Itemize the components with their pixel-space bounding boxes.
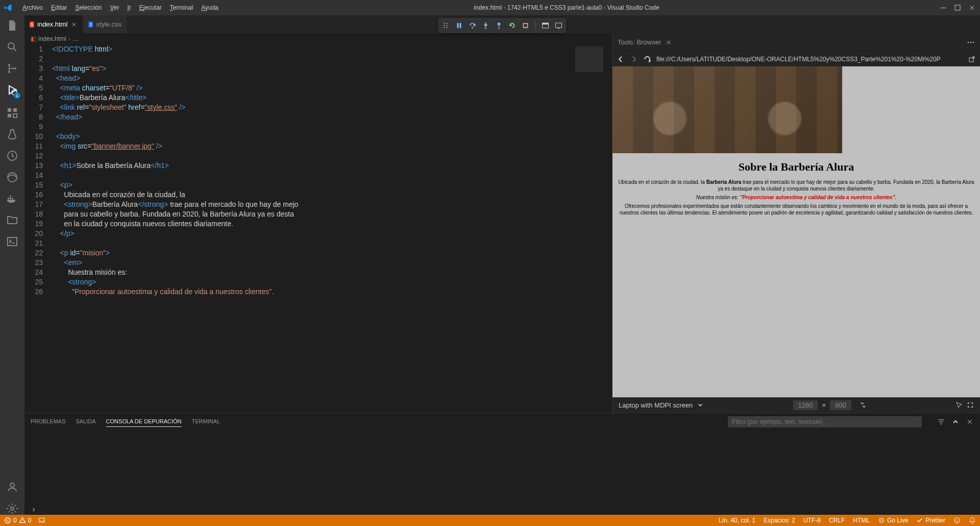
svg-rect-27 bbox=[8, 237, 17, 246]
preview-paragraph-1: Ubicada en el corazón de la ciudad, la B… bbox=[617, 179, 976, 192]
close-icon[interactable] bbox=[70, 21, 78, 28]
accounts-icon[interactable] bbox=[6, 481, 18, 493]
testing-icon[interactable] bbox=[6, 128, 18, 140]
panel-tab-consola-de-depuración[interactable]: CONSOLA DE DEPURACIÓN bbox=[106, 416, 182, 427]
open-external-icon[interactable] bbox=[968, 55, 976, 63]
svg-rect-11 bbox=[955, 5, 960, 10]
tab-index-html[interactable]: 5index.html bbox=[24, 15, 83, 33]
explorer-icon[interactable] bbox=[6, 19, 18, 32]
svg-rect-24 bbox=[10, 198, 11, 199]
close-window-icon[interactable] bbox=[968, 4, 976, 12]
stop-icon[interactable] bbox=[520, 20, 531, 31]
svg-point-40 bbox=[498, 28, 500, 29]
menu-terminal[interactable]: Terminal bbox=[166, 4, 197, 11]
filter-settings-icon[interactable] bbox=[937, 418, 945, 426]
minimize-icon[interactable] bbox=[939, 4, 947, 12]
inspect-icon[interactable] bbox=[955, 401, 963, 409]
terminal-icon[interactable] bbox=[6, 235, 18, 248]
debug-console-output[interactable] bbox=[24, 430, 980, 505]
preview-viewport[interactable]: Sobre la Barbería Alura Ubicada en el co… bbox=[612, 66, 980, 397]
svg-point-34 bbox=[447, 25, 448, 26]
status-spaces[interactable]: Espacios: 2 bbox=[764, 517, 795, 524]
bell-icon[interactable] bbox=[969, 517, 976, 524]
device-name[interactable]: Laptop with MDPI screen bbox=[619, 401, 693, 409]
vscode-logo-icon bbox=[4, 4, 12, 12]
step-into-icon[interactable] bbox=[480, 20, 492, 31]
status-errors[interactable]: 0 0 bbox=[4, 517, 31, 524]
step-over-icon[interactable] bbox=[467, 20, 478, 31]
svg-point-47 bbox=[970, 41, 971, 42]
preview-paragraph-mision: Nuestra misión es: "Proporcionar autoest… bbox=[617, 194, 976, 201]
svg-point-38 bbox=[472, 27, 473, 29]
status-language[interactable]: HTML bbox=[853, 517, 870, 524]
panel-close-icon[interactable] bbox=[966, 418, 974, 426]
rotate-icon[interactable] bbox=[860, 401, 867, 409]
debug-console-input-prompt[interactable] bbox=[24, 505, 980, 515]
breadcrumb[interactable]: ◧ index.html › … bbox=[24, 33, 612, 44]
menu-ejecutar[interactable]: Ejecutar bbox=[135, 4, 166, 11]
menu-editar[interactable]: Editar bbox=[47, 4, 71, 11]
extensions-icon[interactable] bbox=[6, 107, 18, 119]
html-file-icon: 5 bbox=[30, 21, 34, 28]
breadcrumb-file[interactable]: index.html bbox=[38, 35, 66, 42]
html-file-icon: ◧ bbox=[31, 35, 36, 42]
more-icon[interactable] bbox=[967, 38, 975, 46]
svg-rect-23 bbox=[8, 198, 9, 199]
tab-style-css[interactable]: 3style.css bbox=[83, 15, 127, 33]
tab-label: style.css bbox=[96, 20, 121, 28]
status-encoding[interactable]: UTF-8 bbox=[803, 517, 821, 524]
restart-icon[interactable] bbox=[507, 20, 518, 31]
breadcrumb-more[interactable]: … bbox=[72, 35, 79, 42]
back-icon[interactable] bbox=[617, 55, 625, 63]
reload-icon[interactable] bbox=[643, 55, 651, 63]
status-debug-target[interactable] bbox=[38, 517, 45, 524]
status-ln-col[interactable]: Lín. 40, col. 1 bbox=[719, 517, 755, 524]
debug-toolbar[interactable] bbox=[438, 18, 567, 33]
svg-point-29 bbox=[11, 507, 14, 510]
fullscreen-icon[interactable] bbox=[967, 401, 974, 409]
feedback-icon[interactable] bbox=[953, 517, 961, 524]
panel-tab-problemas[interactable]: PROBLEMAS bbox=[31, 416, 65, 427]
preview-nav: file:///C:/Users/LATITUDE/Desktop/ONE-OR… bbox=[612, 51, 980, 66]
menu-ir[interactable]: Ir bbox=[123, 4, 135, 11]
status-go-live[interactable]: Go Live bbox=[878, 517, 908, 524]
docker-icon[interactable] bbox=[6, 193, 18, 205]
step-out-icon[interactable] bbox=[494, 20, 505, 31]
minimap[interactable] bbox=[571, 44, 612, 413]
status-eol[interactable]: CRLF bbox=[829, 517, 845, 524]
screencast-icon[interactable] bbox=[553, 20, 565, 31]
panel-maximize-icon[interactable] bbox=[951, 418, 960, 426]
timeline-icon[interactable] bbox=[6, 150, 18, 162]
forward-icon[interactable] bbox=[630, 55, 638, 63]
viewport-width[interactable]: 1280 bbox=[793, 400, 818, 410]
pause-icon[interactable] bbox=[454, 20, 465, 31]
code-editor[interactable]: 1234567891011121314151617181920212223242… bbox=[24, 44, 612, 413]
window-title: index.html - 1742-HTML5 e CSS3 parte1-au… bbox=[223, 4, 911, 11]
preview-banner-image bbox=[612, 66, 842, 153]
menu-selección[interactable]: Selección bbox=[71, 4, 106, 11]
panel-filter-input[interactable] bbox=[728, 416, 922, 427]
folder-icon[interactable] bbox=[6, 214, 18, 226]
chevron-down-icon[interactable] bbox=[697, 401, 704, 409]
edge-devtools-icon[interactable] bbox=[6, 171, 18, 183]
svg-rect-18 bbox=[13, 108, 17, 112]
panel-tab-terminal[interactable]: TERMINAL bbox=[192, 416, 220, 427]
menu-ayuda[interactable]: Ayuda bbox=[197, 4, 223, 11]
close-icon[interactable] bbox=[665, 39, 672, 46]
maximize-icon[interactable] bbox=[953, 4, 962, 12]
bottom-panel: PROBLEMASSALIDACONSOLA DE DEPURACIÓNTERM… bbox=[24, 413, 980, 515]
viewport-height[interactable]: 800 bbox=[830, 400, 851, 410]
svg-rect-44 bbox=[556, 23, 562, 28]
menu-archivo[interactable]: Archivo bbox=[18, 4, 47, 11]
editor-tabs: 5index.html3style.css bbox=[24, 15, 980, 33]
preview-heading: Sobre la Barbería Alura bbox=[612, 160, 980, 174]
search-icon[interactable] bbox=[6, 41, 18, 53]
drag-handle-icon[interactable] bbox=[440, 20, 452, 31]
status-prettier[interactable]: Prettier bbox=[916, 517, 945, 524]
source-control-icon[interactable] bbox=[6, 62, 18, 75]
settings-gear-icon[interactable] bbox=[6, 503, 18, 515]
preview-url[interactable]: file:///C:/Users/LATITUDE/Desktop/ONE-OR… bbox=[656, 56, 963, 63]
panel-tab-salida[interactable]: SALIDA bbox=[76, 416, 95, 427]
open-devtools-icon[interactable] bbox=[540, 20, 551, 31]
menu-ver[interactable]: Ver bbox=[106, 4, 123, 11]
